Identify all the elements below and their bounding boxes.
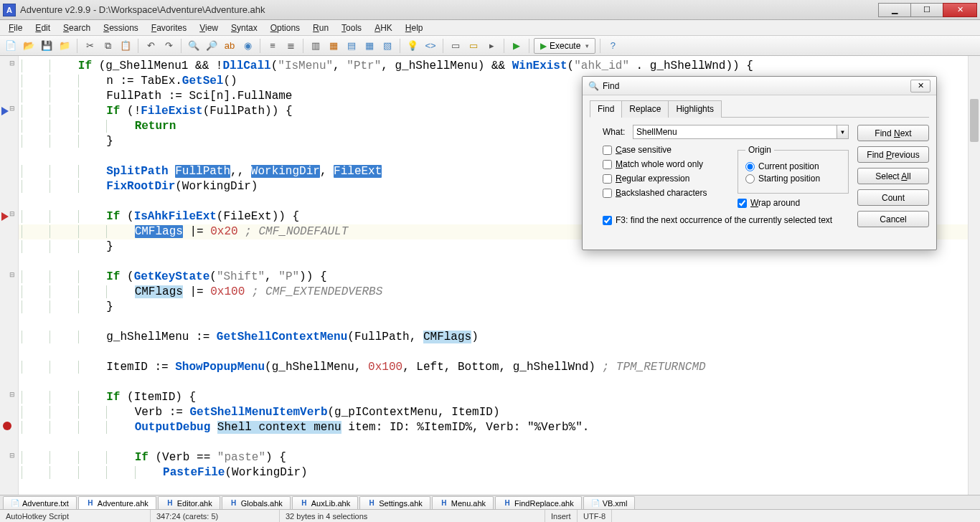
open-recent-icon[interactable]: 📁 bbox=[57, 38, 72, 54]
menu-view[interactable]: View bbox=[194, 22, 224, 34]
case-sensitive-checkbox[interactable]: Case sensitive bbox=[603, 145, 726, 155]
menu-edit[interactable]: Edit bbox=[29, 22, 56, 34]
close-button[interactable] bbox=[943, 3, 977, 17]
menu-tools[interactable]: Tools bbox=[336, 22, 367, 34]
open-file-icon[interactable]: 📂 bbox=[21, 38, 37, 54]
tip-icon[interactable]: 💡 bbox=[405, 38, 420, 54]
find-what-label: What: bbox=[590, 127, 633, 137]
vertical-scrollbar[interactable] bbox=[968, 56, 980, 495]
panel1-icon[interactable]: ▤ bbox=[344, 38, 359, 54]
file-icon: H bbox=[86, 499, 95, 508]
file-tab[interactable]: VB.xml bbox=[583, 496, 636, 509]
file-tabs: Adventure.txtHAdventure.ahkHEditor.ahkHG… bbox=[0, 495, 980, 509]
redo-icon[interactable]: ↷ bbox=[161, 38, 176, 54]
file-tab[interactable]: HEditor.ahk bbox=[158, 496, 220, 509]
paste-icon[interactable]: 📋 bbox=[118, 38, 133, 54]
undo-icon[interactable]: ↶ bbox=[143, 38, 159, 54]
whole-word-checkbox[interactable]: Match whole word only bbox=[603, 159, 726, 169]
find-icon: 🔍 bbox=[588, 81, 599, 91]
file-tab-label: FindReplace.ahk bbox=[514, 499, 574, 508]
file-tab-label: Menu.ahk bbox=[451, 499, 486, 508]
columns-icon[interactable]: ▥ bbox=[308, 38, 324, 54]
statusbar: AutoHotkey Script 347:24 (carets: 5) 32 … bbox=[0, 509, 980, 522]
highlight-icon[interactable]: ab bbox=[222, 38, 237, 54]
mark-icon[interactable]: ◉ bbox=[240, 38, 255, 54]
file-tab[interactable]: HAuxLib.ahk bbox=[292, 496, 358, 509]
file-tab[interactable]: HSettings.ahk bbox=[359, 496, 430, 509]
origin-group: Origin Current position Starting positio… bbox=[738, 145, 849, 194]
file-tab-label: Globals.ahk bbox=[241, 499, 283, 508]
cancel-button[interactable]: Cancel bbox=[857, 211, 929, 227]
file-tab-label: AuxLib.ahk bbox=[311, 499, 350, 508]
find-close-button[interactable]: ✕ bbox=[910, 80, 930, 92]
file-icon bbox=[591, 499, 600, 508]
panel2-icon[interactable]: ▦ bbox=[362, 38, 377, 54]
regex-checkbox[interactable]: Regular expression bbox=[603, 174, 726, 184]
file-icon: H bbox=[367, 499, 376, 508]
menu-syntax[interactable]: Syntax bbox=[225, 22, 263, 34]
find-tabs: FindReplaceHighlights bbox=[590, 100, 929, 118]
file-tab[interactable]: HGlobals.ahk bbox=[222, 496, 291, 509]
file-icon: H bbox=[300, 499, 308, 508]
origin-start-radio[interactable]: Starting position bbox=[745, 174, 841, 184]
cut-icon[interactable]: ✂ bbox=[82, 38, 98, 54]
gutter[interactable]: ⊟ ⊟ ⊟ ⊟ ⊟ ⊟ bbox=[0, 56, 19, 495]
output-icon[interactable]: ▭ bbox=[466, 38, 481, 54]
file-icon: H bbox=[166, 499, 174, 508]
execute-button[interactable]: ▶Execute bbox=[534, 38, 595, 54]
menu-search[interactable]: Search bbox=[57, 22, 96, 34]
file-tab-label: Editor.ahk bbox=[177, 499, 212, 508]
wrap-checkbox[interactable]: Wrap around bbox=[738, 198, 849, 208]
menu-sessions[interactable]: Sessions bbox=[98, 22, 144, 34]
find-previous-button[interactable]: Find Previous bbox=[857, 146, 929, 163]
file-icon: H bbox=[503, 499, 512, 508]
file-tab[interactable]: HMenu.ahk bbox=[432, 496, 494, 509]
uncomment-icon[interactable]: ≣ bbox=[283, 38, 298, 54]
new-file-icon[interactable]: 📄 bbox=[3, 38, 19, 54]
file-tab-label: Settings.ahk bbox=[379, 499, 423, 508]
file-tab[interactable]: HFindReplace.ahk bbox=[495, 496, 582, 509]
window-controls bbox=[879, 3, 977, 17]
file-icon bbox=[11, 499, 19, 508]
find-tab-replace[interactable]: Replace bbox=[621, 100, 669, 118]
menu-favorites[interactable]: Favorites bbox=[146, 22, 192, 34]
panel3-icon[interactable]: ▧ bbox=[380, 38, 395, 54]
app-icon: A bbox=[3, 4, 16, 16]
save-icon[interactable]: 💾 bbox=[39, 38, 55, 54]
file-tab-label: Adventure.txt bbox=[22, 499, 69, 508]
split-icon[interactable]: ▦ bbox=[326, 38, 341, 54]
tags-icon[interactable]: <> bbox=[423, 38, 438, 54]
file-tab-label: Adventure.ahk bbox=[98, 499, 149, 508]
menu-help[interactable]: Help bbox=[400, 22, 429, 34]
menu-options[interactable]: Options bbox=[265, 22, 306, 34]
more-icon[interactable]: ▸ bbox=[484, 38, 499, 54]
status-insert: Insert bbox=[545, 510, 578, 522]
file-tab[interactable]: Adventure.txt bbox=[3, 496, 77, 509]
help-icon[interactable]: ? bbox=[605, 38, 621, 54]
find-what-input[interactable] bbox=[633, 125, 837, 139]
copy-icon[interactable]: ⧉ bbox=[100, 38, 116, 54]
select-all-button[interactable]: Select All bbox=[857, 168, 929, 184]
menubar: FileEditSearchSessionsFavoritesViewSynta… bbox=[0, 20, 980, 36]
console-icon[interactable]: ▭ bbox=[448, 38, 463, 54]
menu-run[interactable]: Run bbox=[307, 22, 334, 34]
count-button[interactable]: Count bbox=[857, 189, 929, 206]
find-dialog-title[interactable]: 🔍 Find ✕ bbox=[583, 77, 936, 95]
maximize-button[interactable] bbox=[910, 3, 943, 17]
status-lang: AutoHotkey Script bbox=[0, 510, 151, 522]
menu-ahk[interactable]: AHK bbox=[369, 22, 398, 34]
run-icon[interactable]: ▶ bbox=[509, 38, 524, 54]
replace-icon[interactable]: 🔎 bbox=[204, 38, 220, 54]
minimize-button[interactable] bbox=[878, 3, 911, 17]
menu-file[interactable]: File bbox=[3, 22, 28, 34]
find-tab-highlights[interactable]: Highlights bbox=[668, 100, 722, 118]
find-dropdown-arrow[interactable]: ▼ bbox=[837, 125, 849, 139]
comment-icon[interactable]: ≡ bbox=[265, 38, 281, 54]
backslashed-checkbox[interactable]: Backslashed characters bbox=[603, 188, 726, 198]
find-tab-find[interactable]: Find bbox=[590, 100, 622, 118]
origin-current-radio[interactable]: Current position bbox=[745, 161, 841, 171]
file-tab[interactable]: HAdventure.ahk bbox=[78, 496, 156, 509]
find-icon[interactable]: 🔍 bbox=[186, 38, 202, 54]
find-next-button[interactable]: Find Next bbox=[857, 125, 929, 141]
f3-checkbox[interactable]: F3: find the next occurrence of the curr… bbox=[603, 215, 832, 225]
